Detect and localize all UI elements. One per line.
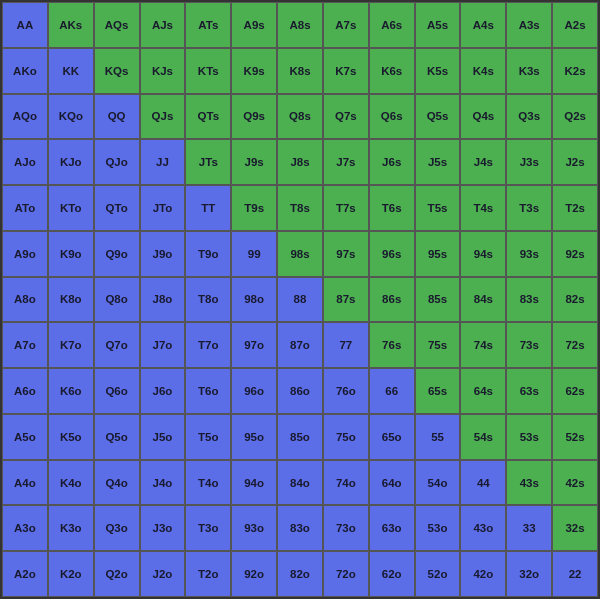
hand-cell[interactable]: 32s (552, 505, 598, 551)
hand-cell[interactable]: KQs (94, 48, 140, 94)
hand-cell[interactable]: A4o (2, 460, 48, 506)
hand-cell[interactable]: KJs (140, 48, 186, 94)
hand-cell[interactable]: T9o (185, 231, 231, 277)
hand-cell[interactable]: 44 (460, 460, 506, 506)
hand-cell[interactable]: K6s (369, 48, 415, 94)
hand-cell[interactable]: 63s (506, 368, 552, 414)
hand-cell[interactable]: 97s (323, 231, 369, 277)
hand-cell[interactable]: 63o (369, 505, 415, 551)
hand-cell[interactable]: Q9o (94, 231, 140, 277)
hand-cell[interactable]: Q4s (460, 94, 506, 140)
hand-cell[interactable]: 77 (323, 322, 369, 368)
hand-cell[interactable]: 82o (277, 551, 323, 597)
hand-cell[interactable]: 83s (506, 277, 552, 323)
hand-cell[interactable]: Q5s (415, 94, 461, 140)
hand-cell[interactable]: Q8s (277, 94, 323, 140)
hand-cell[interactable]: 66 (369, 368, 415, 414)
hand-cell[interactable]: K3o (48, 505, 94, 551)
hand-cell[interactable]: T3o (185, 505, 231, 551)
hand-cell[interactable]: J2o (140, 551, 186, 597)
hand-cell[interactable]: 85o (277, 414, 323, 460)
hand-cell[interactable]: AKo (2, 48, 48, 94)
hand-cell[interactable]: A5o (2, 414, 48, 460)
hand-cell[interactable]: 93o (231, 505, 277, 551)
hand-cell[interactable]: 93s (506, 231, 552, 277)
hand-cell[interactable]: 52o (415, 551, 461, 597)
hand-cell[interactable]: 76o (323, 368, 369, 414)
hand-cell[interactable]: A2o (2, 551, 48, 597)
hand-cell[interactable]: J8o (140, 277, 186, 323)
hand-cell[interactable]: J3s (506, 139, 552, 185)
hand-cell[interactable]: K7o (48, 322, 94, 368)
hand-cell[interactable]: J8s (277, 139, 323, 185)
hand-cell[interactable]: K5s (415, 48, 461, 94)
hand-cell[interactable]: 98s (277, 231, 323, 277)
hand-cell[interactable]: T4s (460, 185, 506, 231)
hand-cell[interactable]: 62s (552, 368, 598, 414)
hand-cell[interactable]: T8o (185, 277, 231, 323)
hand-cell[interactable]: A6s (369, 2, 415, 48)
hand-cell[interactable]: 73o (323, 505, 369, 551)
hand-cell[interactable]: T2o (185, 551, 231, 597)
hand-cell[interactable]: KTo (48, 185, 94, 231)
hand-cell[interactable]: 72o (323, 551, 369, 597)
hand-cell[interactable]: 97o (231, 322, 277, 368)
hand-cell[interactable]: 54o (415, 460, 461, 506)
hand-cell[interactable]: J9s (231, 139, 277, 185)
hand-cell[interactable]: JJ (140, 139, 186, 185)
hand-cell[interactable]: K8o (48, 277, 94, 323)
hand-cell[interactable]: Q3s (506, 94, 552, 140)
hand-cell[interactable]: A8o (2, 277, 48, 323)
hand-cell[interactable]: KTs (185, 48, 231, 94)
hand-cell[interactable]: Q4o (94, 460, 140, 506)
hand-cell[interactable]: 92o (231, 551, 277, 597)
hand-cell[interactable]: Q5o (94, 414, 140, 460)
hand-cell[interactable]: ATs (185, 2, 231, 48)
hand-cell[interactable]: 42o (460, 551, 506, 597)
hand-cell[interactable]: 74o (323, 460, 369, 506)
hand-cell[interactable]: J4o (140, 460, 186, 506)
hand-cell[interactable]: K9o (48, 231, 94, 277)
hand-cell[interactable]: QTs (185, 94, 231, 140)
hand-cell[interactable]: T4o (185, 460, 231, 506)
hand-cell[interactable]: Q2s (552, 94, 598, 140)
hand-cell[interactable]: A4s (460, 2, 506, 48)
hand-cell[interactable]: 94s (460, 231, 506, 277)
hand-cell[interactable]: 85s (415, 277, 461, 323)
hand-cell[interactable]: A5s (415, 2, 461, 48)
hand-cell[interactable]: Q7s (323, 94, 369, 140)
hand-cell[interactable]: 43s (506, 460, 552, 506)
hand-cell[interactable]: J5o (140, 414, 186, 460)
hand-cell[interactable]: T2s (552, 185, 598, 231)
hand-cell[interactable]: 87o (277, 322, 323, 368)
hand-cell[interactable]: K3s (506, 48, 552, 94)
hand-cell[interactable]: 53o (415, 505, 461, 551)
hand-cell[interactable]: T6o (185, 368, 231, 414)
hand-cell[interactable]: T6s (369, 185, 415, 231)
hand-cell[interactable]: KJo (48, 139, 94, 185)
hand-cell[interactable]: 72s (552, 322, 598, 368)
hand-cell[interactable]: AA (2, 2, 48, 48)
hand-cell[interactable]: K4s (460, 48, 506, 94)
hand-cell[interactable]: 76s (369, 322, 415, 368)
hand-cell[interactable]: Q8o (94, 277, 140, 323)
hand-cell[interactable]: Q6s (369, 94, 415, 140)
hand-cell[interactable]: KK (48, 48, 94, 94)
hand-cell[interactable]: 95s (415, 231, 461, 277)
hand-cell[interactable]: K7s (323, 48, 369, 94)
hand-cell[interactable]: T7o (185, 322, 231, 368)
hand-cell[interactable]: AJo (2, 139, 48, 185)
hand-cell[interactable]: AJs (140, 2, 186, 48)
hand-cell[interactable]: 22 (552, 551, 598, 597)
hand-cell[interactable]: QJo (94, 139, 140, 185)
hand-cell[interactable]: A7s (323, 2, 369, 48)
hand-cell[interactable]: A2s (552, 2, 598, 48)
hand-cell[interactable]: 73s (506, 322, 552, 368)
hand-cell[interactable]: Q3o (94, 505, 140, 551)
hand-cell[interactable]: 98o (231, 277, 277, 323)
hand-cell[interactable]: 99 (231, 231, 277, 277)
hand-cell[interactable]: QQ (94, 94, 140, 140)
hand-cell[interactable]: J9o (140, 231, 186, 277)
hand-cell[interactable]: A3s (506, 2, 552, 48)
hand-cell[interactable]: 52s (552, 414, 598, 460)
